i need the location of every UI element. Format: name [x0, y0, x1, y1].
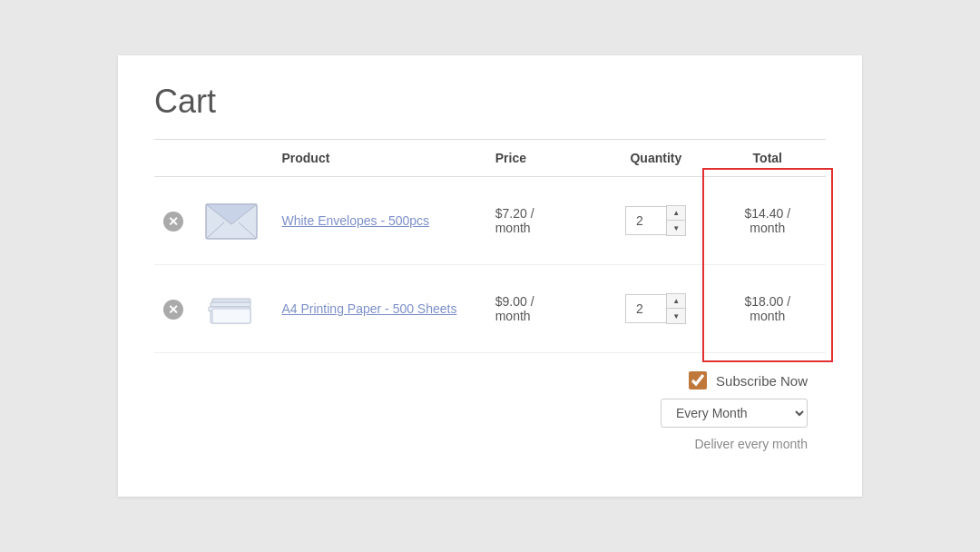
price-cell-1: $7.20 / month — [486, 177, 603, 265]
frequency-select[interactable]: Every Month Every 2 Months Every 3 Month… — [661, 399, 808, 428]
remove-cell-1: ✕ — [154, 177, 195, 265]
svg-rect-8 — [212, 309, 250, 323]
price-value-2: $9.00 / — [495, 294, 534, 309]
qty-up-2[interactable]: ▲ — [667, 294, 685, 309]
header-price: Price — [486, 140, 603, 177]
remove-icon-1: ✕ — [163, 212, 183, 232]
image-cell-2 — [195, 265, 273, 353]
quantity-input-2[interactable] — [625, 294, 666, 323]
price-cell-2: $9.00 / month — [486, 265, 603, 353]
total-cell-1: $14.40 / month — [710, 177, 826, 265]
header-quantity: Quantity — [603, 140, 710, 177]
product-image-1 — [204, 193, 259, 248]
subscribe-checkbox[interactable] — [689, 371, 707, 389]
remove-cell-2: ✕ — [154, 265, 195, 353]
image-cell-1 — [195, 177, 273, 265]
deliver-text: Deliver every month — [695, 437, 808, 451]
remove-button-2[interactable]: ✕ — [163, 299, 183, 320]
qty-down-1[interactable]: ▼ — [667, 221, 685, 235]
quantity-wrap-1: ▲ ▼ — [612, 205, 701, 236]
total-cell-2: $18.00 / month — [710, 265, 826, 353]
header-image — [195, 140, 273, 177]
page-title: Cart — [154, 83, 826, 121]
subscribe-row: Subscribe Now — [689, 371, 808, 389]
qty-buttons-2: ▲ ▼ — [666, 293, 686, 324]
quantity-cell-2: ▲ ▼ — [603, 265, 710, 353]
quantity-cell-1: ▲ ▼ — [603, 177, 710, 265]
header-product: Product — [272, 140, 485, 177]
remove-icon-2: ✕ — [163, 300, 183, 320]
qty-down-2[interactable]: ▼ — [667, 309, 685, 323]
price-period-1: month — [495, 221, 531, 235]
total-period-2: month — [750, 309, 785, 323]
product-cell-2: A4 Printing Paper - 500 Sheets — [272, 265, 485, 353]
quantity-input-1[interactable] — [625, 206, 666, 235]
table-row: ✕ White Envelopes - 50 — [154, 177, 826, 265]
price-value-1: $7.20 / — [495, 206, 534, 221]
cart-container: Cart Product Price Quantity Total ✕ — [118, 55, 862, 497]
envelope-icon — [204, 197, 259, 244]
product-cell-1: White Envelopes - 500pcs — [272, 177, 485, 265]
quantity-wrap-2: ▲ ▼ — [612, 293, 701, 324]
table-row: ✕ A4 Pr — [154, 265, 826, 353]
total-value-2: $18.00 / — [745, 294, 791, 309]
remove-button-1[interactable]: ✕ — [163, 211, 183, 232]
product-link-2[interactable]: A4 Printing Paper - 500 Sheets — [281, 301, 456, 316]
price-period-2: month — [495, 309, 531, 323]
total-value-1: $14.40 / — [745, 206, 791, 221]
header-remove — [154, 140, 195, 177]
header-total: Total — [710, 140, 826, 177]
product-image-2 — [204, 281, 259, 336]
subscribe-label: Subscribe Now — [716, 373, 808, 389]
cart-table: Product Price Quantity Total ✕ — [154, 139, 826, 353]
qty-buttons-1: ▲ ▼ — [666, 205, 686, 236]
svg-rect-5 — [211, 302, 250, 307]
qty-up-1[interactable]: ▲ — [667, 206, 685, 221]
product-link-1[interactable]: White Envelopes - 500pcs — [281, 213, 429, 228]
subscribe-section: Subscribe Now Every Month Every 2 Months… — [154, 353, 826, 451]
paper-icon — [205, 282, 258, 335]
total-period-1: month — [750, 221, 785, 235]
